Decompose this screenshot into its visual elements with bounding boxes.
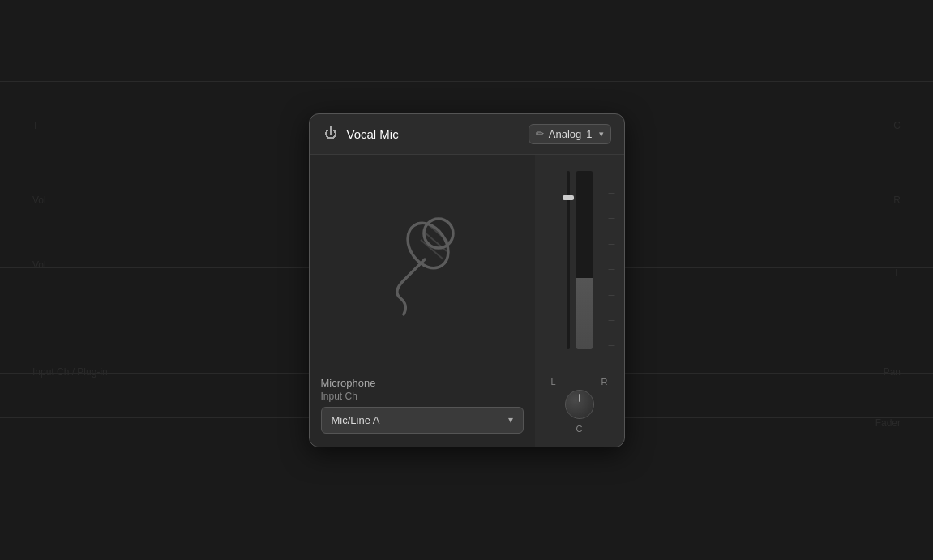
- microphone-icon: [370, 201, 475, 331]
- bg-text-input: Input Ch / Plug-in: [32, 366, 108, 378]
- pan-area: L R C: [541, 377, 618, 434]
- input-ch-label: Input Ch: [321, 391, 524, 402]
- pan-center-label: C: [576, 424, 583, 434]
- bg-text-right1: C: [893, 120, 901, 131]
- bg-text-right5: Fader: [875, 417, 901, 429]
- pan-left-label: L: [551, 377, 556, 387]
- meter-mark-3: —: [609, 240, 615, 247]
- meter-mark-5: —: [609, 291, 615, 298]
- dropdown-arrow: ▾: [508, 414, 513, 425]
- svg-line-5: [404, 259, 425, 280]
- right-section: — — — — — — — L R C: [535, 155, 624, 447]
- left-section: Microphone Input Ch Mic/Line A ▾: [310, 155, 535, 447]
- pan-knob[interactable]: [565, 390, 594, 419]
- meter-mark-4: —: [609, 265, 615, 272]
- selector-arrow: ▾: [599, 129, 604, 139]
- meter-mark-2: —: [609, 214, 615, 221]
- meter-mark-1: —: [609, 189, 615, 196]
- meter-mark-7: —: [609, 341, 615, 348]
- bg-text-vol2: Vol: [32, 259, 46, 271]
- edit-icon: ✏: [536, 128, 544, 139]
- card-body: Microphone Input Ch Mic/Line A ▾: [310, 155, 624, 447]
- input-type: Analog: [549, 128, 581, 140]
- power-button[interactable]: ⏻: [323, 126, 339, 142]
- input-selector[interactable]: ✏ Analog 1 ▾: [529, 124, 611, 144]
- input-channel-dropdown[interactable]: Mic/Line A ▾: [321, 407, 524, 434]
- fader-thumb[interactable]: [563, 195, 574, 200]
- bg-text-right3: L: [895, 267, 901, 279]
- level-fill: [576, 278, 593, 349]
- pan-labels: L R: [551, 377, 608, 387]
- volume-fader[interactable]: [567, 171, 570, 349]
- svg-line-4: [421, 240, 443, 259]
- dropdown-value: Mic/Line A: [332, 414, 380, 426]
- bg-text-right2: R: [893, 195, 901, 206]
- svg-line-2: [427, 224, 450, 243]
- input-number: 1: [586, 128, 592, 140]
- bg-text-t: T: [32, 120, 38, 131]
- bg-text-vol1: Vol: [32, 195, 46, 206]
- mic-icon-area: [321, 165, 524, 367]
- track-name: Vocal Mic: [347, 127, 520, 141]
- bg-text-right4: Pan: [884, 366, 901, 378]
- input-label: Microphone: [321, 377, 524, 389]
- meter-mark-6: —: [609, 316, 615, 323]
- power-icon: ⏻: [324, 126, 337, 141]
- fader-area: — — — — — — —: [541, 163, 618, 370]
- level-meter: [576, 171, 593, 349]
- pan-right-label: R: [601, 377, 608, 387]
- channel-strip-card: ⏻ Vocal Mic ✏ Analog 1 ▾: [309, 113, 625, 447]
- card-header: ⏻ Vocal Mic ✏ Analog 1 ▾: [310, 114, 624, 155]
